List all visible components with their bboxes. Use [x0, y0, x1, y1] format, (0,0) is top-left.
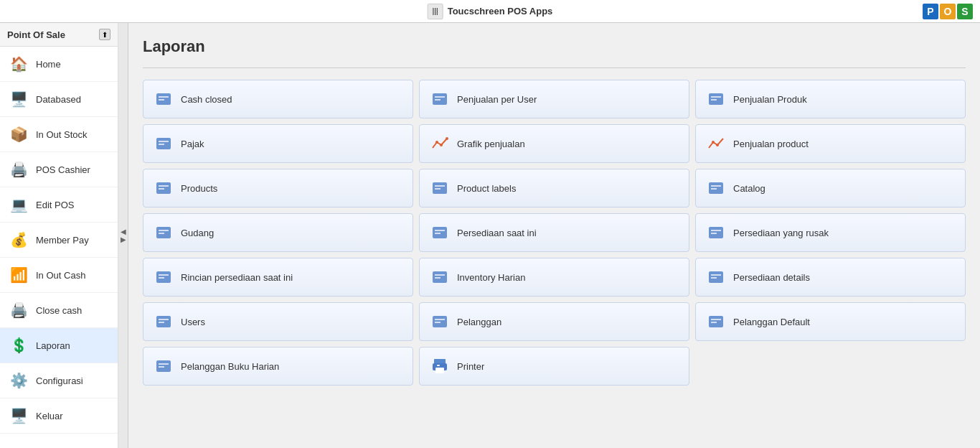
svg-rect-22	[435, 188, 440, 190]
svg-rect-25	[711, 188, 717, 190]
penjualan-per-user-icon	[430, 89, 450, 109]
svg-rect-43	[711, 277, 717, 279]
inventory-harian-icon	[430, 267, 450, 287]
card-pajak[interactable]: Pajak	[143, 124, 413, 163]
home-icon: 🏠	[7, 52, 30, 75]
sidebar-item-member-pay[interactable]: 💰 Member Pay	[0, 223, 118, 258]
card-users[interactable]: Users	[143, 302, 413, 341]
card-penjualan-per-user[interactable]: Penjualan per User	[419, 80, 689, 118]
app-logo: |||	[428, 4, 443, 19]
sidebar-item-label: Databased	[36, 94, 81, 105]
card-pelanggan-default[interactable]: Pelanggan Default	[695, 302, 966, 341]
pos-badge: P O S	[923, 4, 973, 19]
card-persediaan-saat-ini[interactable]: Persediaan saat ini	[419, 213, 689, 252]
card-inventory-harian[interactable]: Inventory Harian	[419, 258, 689, 297]
sidebar-item-pos-cashier[interactable]: 🖨️ POS Cashier	[0, 152, 118, 187]
sidebar-item-keluar[interactable]: 🖥️ Keluar	[0, 398, 118, 434]
grafik-penjualan-label: Grafik penjualan	[457, 139, 525, 149]
card-gudang[interactable]: Gudang	[143, 213, 413, 252]
pajak-icon	[154, 134, 174, 154]
sidebar-item-label: Keluar	[36, 411, 63, 421]
svg-rect-2	[159, 99, 164, 101]
card-printer[interactable]: Printer	[419, 347, 689, 386]
svg-rect-31	[435, 233, 440, 234]
gudang-label: Gudang	[181, 228, 214, 238]
svg-rect-49	[435, 322, 440, 323]
inventory-harian-label: Inventory Harian	[457, 272, 525, 283]
logo-icon: |||	[432, 7, 438, 15]
card-pelanggan[interactable]: Pelanggan	[419, 302, 689, 341]
card-persediaan-details[interactable]: Persediaan details	[695, 258, 966, 297]
penjualan-product-icon	[706, 134, 726, 154]
card-cash-closed[interactable]: Cash closed	[143, 80, 413, 118]
persediaan-details-icon	[706, 267, 726, 287]
sidebar-item-edit-pos[interactable]: 💻 Edit POS	[0, 187, 118, 223]
svg-rect-45	[159, 319, 169, 320]
sidebar-item-label: Member Pay	[36, 235, 89, 246]
card-penjualan-product[interactable]: Penjualan product	[695, 124, 966, 163]
topbar: ||| Toucschreen POS Apps P O S	[0, 0, 980, 23]
card-catalog[interactable]: Catalog	[695, 169, 966, 207]
sidebar-item-configurasi[interactable]: ⚙️ Configurasi	[0, 363, 118, 398]
svg-rect-21	[435, 185, 445, 187]
svg-rect-33	[711, 230, 721, 231]
card-persediaan-yang-rusak[interactable]: Persediaan yang rusak	[695, 213, 966, 252]
report-grid: Cash closed Penjualan per User Penjualan…	[143, 80, 966, 386]
pos-letter-s: S	[957, 4, 973, 19]
card-products[interactable]: Products	[143, 169, 413, 207]
svg-rect-28	[159, 233, 164, 234]
svg-rect-34	[711, 233, 717, 234]
sidebar-item-laporan[interactable]: 💲 Laporan	[0, 328, 118, 363]
svg-rect-10	[159, 141, 169, 142]
pajak-label: Pajak	[181, 139, 204, 149]
svg-rect-55	[159, 366, 164, 368]
sidebar-title: Point Of Sale	[7, 29, 65, 40]
persediaan-yang-rusak-icon	[706, 223, 726, 243]
svg-rect-11	[159, 144, 164, 145]
pos-letter-p: P	[923, 4, 938, 19]
card-rincian-persediaan[interactable]: Rincian persediaan saat ini	[143, 258, 413, 297]
card-grafik-penjualan[interactable]: Grafik penjualan	[419, 124, 689, 163]
printer-icon	[430, 356, 450, 376]
svg-point-13	[440, 144, 443, 146]
svg-rect-1	[159, 96, 169, 98]
svg-rect-36	[159, 274, 169, 276]
main-content: Laporan Cash closed Penjualan per User	[128, 23, 980, 448]
pelanggan-default-label: Pelanggan Default	[733, 317, 810, 327]
product-labels-icon	[430, 178, 450, 198]
sidebar-item-in-out-cash[interactable]: 📶 In Out Cash	[0, 258, 118, 293]
svg-rect-48	[435, 319, 445, 320]
card-product-labels[interactable]: Product labels	[419, 169, 689, 207]
persediaan-yang-rusak-label: Persediaan yang rusak	[733, 228, 829, 238]
sidebar-collapse-handle[interactable]: ◀▶	[118, 23, 128, 448]
card-penjualan-produk[interactable]: Penjualan Produk	[695, 80, 966, 118]
app-title-area: ||| Toucschreen POS Apps	[428, 4, 553, 19]
svg-rect-18	[159, 185, 169, 187]
persediaan-details-label: Persediaan details	[733, 272, 810, 283]
edit-pos-icon: 💻	[7, 193, 30, 216]
svg-rect-40	[435, 277, 440, 279]
card-pelanggan-buku-harian[interactable]: Pelanggan Buku Harian	[143, 347, 413, 386]
configurasi-icon: ⚙️	[7, 369, 30, 392]
users-label: Users	[181, 317, 205, 327]
main-layout: Point Of Sale ⬆ 🏠 Home 🖥️ Databased 📦 In…	[0, 23, 980, 448]
svg-rect-4	[435, 96, 445, 98]
sidebar-item-in-out-stock[interactable]: 📦 In Out Stock	[0, 117, 118, 152]
sidebar-item-label: POS Cashier	[36, 164, 90, 175]
catalog-icon	[706, 178, 726, 198]
svg-rect-52	[711, 322, 717, 323]
sidebar-item-close-cash[interactable]: 🖨️ Close cash	[0, 293, 118, 328]
page-title: Laporan	[143, 37, 966, 56]
sidebar-item-databased[interactable]: 🖥️ Databased	[0, 82, 118, 117]
svg-rect-19	[159, 188, 164, 190]
title-divider	[143, 67, 966, 68]
collapse-arrow: ◀▶	[119, 228, 127, 243]
databased-icon: 🖥️	[7, 88, 30, 111]
svg-rect-58	[435, 368, 444, 373]
cash-closed-icon	[154, 89, 174, 109]
pelanggan-buku-harian-label: Pelanggan Buku Harian	[181, 361, 279, 372]
sidebar-item-home[interactable]: 🏠 Home	[0, 47, 118, 82]
grafik-penjualan-icon	[430, 134, 450, 154]
sidebar-toggle-button[interactable]: ⬆	[99, 29, 110, 40]
svg-point-15	[712, 141, 715, 144]
